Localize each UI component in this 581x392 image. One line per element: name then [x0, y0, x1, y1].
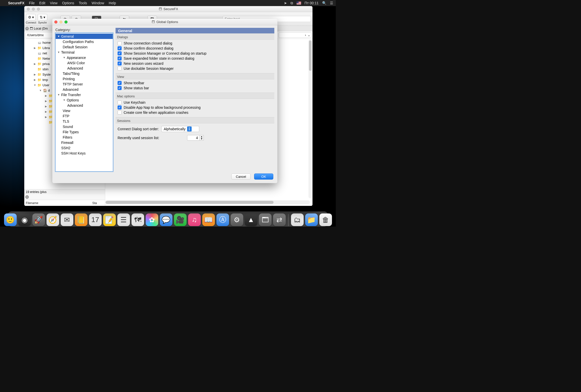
- disclosure-arrow-icon[interactable]: ▶: [44, 116, 48, 118]
- dock-item-messages[interactable]: 💬: [160, 213, 172, 226]
- menuextra-input-flag-icon[interactable]: [297, 2, 301, 5]
- disclosure-arrow-icon[interactable]: ▶: [33, 62, 36, 65]
- checkbox[interactable]: [118, 41, 122, 45]
- checkbox[interactable]: [118, 81, 122, 85]
- checkbox[interactable]: [118, 61, 122, 66]
- category-item[interactable]: SSH Host Keys: [56, 150, 113, 156]
- category-item[interactable]: File Types: [56, 129, 113, 135]
- checkbox[interactable]: [118, 67, 122, 71]
- category-item[interactable]: ANSI Color: [56, 60, 113, 66]
- filter-clear-button[interactable]: ×: [25, 195, 29, 199]
- menu-window[interactable]: Window: [92, 1, 104, 5]
- dock-item-preferences[interactable]: ⚙︎: [231, 213, 243, 226]
- category-item[interactable]: TLS: [56, 119, 113, 124]
- dock-item-notes[interactable]: 📝: [103, 213, 116, 226]
- category-item[interactable]: Advanced: [56, 87, 113, 92]
- menuextra-spotlight-icon[interactable]: 🔍: [322, 1, 326, 5]
- synchronize-button[interactable]: ⇅ ▾: [38, 14, 47, 20]
- dialog-close-button[interactable]: [54, 20, 57, 24]
- disclosure-arrow-icon[interactable]: ▼: [33, 84, 36, 86]
- dock-item-calendar[interactable]: 17: [89, 213, 102, 226]
- menuextra-clock[interactable]: Пт 00:11: [305, 1, 319, 5]
- dock-item-maps[interactable]: 🗺: [131, 213, 144, 226]
- menu-file[interactable]: File: [29, 1, 35, 5]
- category-item[interactable]: TFTP Server: [56, 81, 113, 87]
- window-titlebar[interactable]: 🗔 SecureFX: [24, 6, 312, 12]
- category-item[interactable]: View: [56, 108, 113, 113]
- disclosure-arrow-icon[interactable]: ▶: [33, 47, 36, 49]
- dock-item-securefx3[interactable]: ⇄: [273, 213, 286, 226]
- dock-item-photos[interactable]: ✿: [146, 213, 158, 226]
- disclosure-arrow-icon[interactable]: ▶: [33, 73, 36, 76]
- stepper-arrows-icon[interactable]: ▲▼: [200, 135, 204, 141]
- checkbox[interactable]: [118, 46, 122, 50]
- dock-item-desktop-stack[interactable]: 🗂: [291, 213, 304, 226]
- disclosure-arrow-icon[interactable]: ▶: [44, 110, 48, 113]
- menu-tools[interactable]: Tools: [79, 1, 87, 5]
- filter-select[interactable]: › ⌄: [279, 32, 311, 38]
- menu-options[interactable]: Options: [62, 1, 74, 5]
- dock-item-safari[interactable]: 🧭: [47, 213, 59, 226]
- category-item[interactable]: ▼Options: [56, 97, 113, 103]
- horizontal-scrollbar[interactable]: [105, 200, 310, 204]
- category-item[interactable]: Sound: [56, 124, 113, 129]
- menuextra-displays-icon[interactable]: ⧉: [290, 1, 293, 5]
- dock-item-appstore[interactable]: Ⓐ: [216, 213, 229, 226]
- checkbox[interactable]: [118, 86, 122, 90]
- category-item[interactable]: Printing: [56, 76, 113, 81]
- dock-item-itunes[interactable]: ♫: [188, 213, 201, 226]
- disclosure-arrow-icon[interactable]: ▶: [44, 100, 48, 102]
- checkbox[interactable]: [118, 105, 122, 110]
- dock-item-ibooks[interactable]: 📖: [202, 213, 215, 226]
- category-item[interactable]: SSH2: [56, 145, 113, 150]
- column-filename[interactable]: Filename: [24, 201, 92, 205]
- disclosure-arrow-icon[interactable]: ▼: [39, 89, 42, 92]
- sort-order-select[interactable]: Alphabetically▲▼: [161, 126, 199, 132]
- dock-item-securefx2[interactable]: 🗔: [259, 213, 272, 226]
- dock-item-reminders[interactable]: ☰: [117, 213, 130, 226]
- dock-item-trash[interactable]: 🗑: [319, 213, 332, 226]
- category-item[interactable]: Advanced: [56, 103, 113, 108]
- category-item[interactable]: ▼Terminal: [56, 50, 113, 55]
- category-tree[interactable]: ▼GeneralConfiguration PathsDefault Sessi…: [55, 33, 113, 171]
- category-item[interactable]: ▼Appearance: [56, 55, 113, 60]
- dock-item-launchpad[interactable]: 🚀: [32, 213, 45, 226]
- dock-item-siri[interactable]: ◉: [18, 213, 31, 226]
- disclosure-arrow-icon[interactable]: ▶: [44, 105, 48, 108]
- checkbox[interactable]: [118, 111, 122, 115]
- recent-sessions-input[interactable]: [187, 135, 200, 141]
- dialog-titlebar[interactable]: 🗔 Global Options: [52, 19, 277, 25]
- tab-close-button[interactable]: ×: [25, 27, 29, 30]
- dialog-zoom-button[interactable]: [64, 20, 68, 24]
- category-item[interactable]: Tabs/Tiling: [56, 71, 113, 76]
- dock-item-securefx1[interactable]: ▲: [245, 213, 257, 226]
- recent-sessions-stepper[interactable]: ▲▼: [187, 135, 204, 141]
- cancel-button[interactable]: Cancel: [231, 173, 251, 180]
- checkbox[interactable]: [118, 51, 122, 55]
- dock-item-facetime[interactable]: 🎥: [174, 213, 187, 226]
- vertical-scrollbar[interactable]: [308, 39, 312, 198]
- dock-item-contacts[interactable]: 📒: [75, 213, 87, 226]
- menu-view[interactable]: View: [50, 1, 57, 5]
- app-menu[interactable]: SecureFX: [8, 1, 25, 5]
- tab-label[interactable]: Local (Dm: [34, 27, 48, 30]
- checkbox[interactable]: [118, 100, 122, 104]
- dock-item-downloads[interactable]: 📁: [305, 213, 318, 226]
- category-item[interactable]: Firewall: [56, 140, 113, 145]
- checkbox[interactable]: [118, 56, 122, 60]
- category-item[interactable]: Advanced: [56, 66, 113, 71]
- dock-item-mail[interactable]: ✉︎: [61, 213, 73, 226]
- category-item[interactable]: Configuration Paths: [56, 39, 113, 44]
- category-item[interactable]: Default Session: [56, 44, 113, 50]
- menuextra-notifications-icon[interactable]: ☰: [330, 1, 333, 5]
- category-item[interactable]: ▼File Transfer: [56, 92, 113, 97]
- dock-item-finder[interactable]: 🙂: [4, 213, 17, 226]
- menu-edit[interactable]: Edit: [39, 1, 45, 5]
- category-item[interactable]: FTP: [56, 113, 113, 119]
- menu-help[interactable]: Help: [109, 1, 116, 5]
- column-status[interactable]: Sta: [92, 201, 105, 205]
- menuextra-cursor-icon[interactable]: ➤: [284, 1, 287, 5]
- category-item[interactable]: ▼General: [56, 34, 113, 39]
- disclosure-arrow-icon[interactable]: ▶: [44, 94, 48, 97]
- category-item[interactable]: Filters: [56, 135, 113, 140]
